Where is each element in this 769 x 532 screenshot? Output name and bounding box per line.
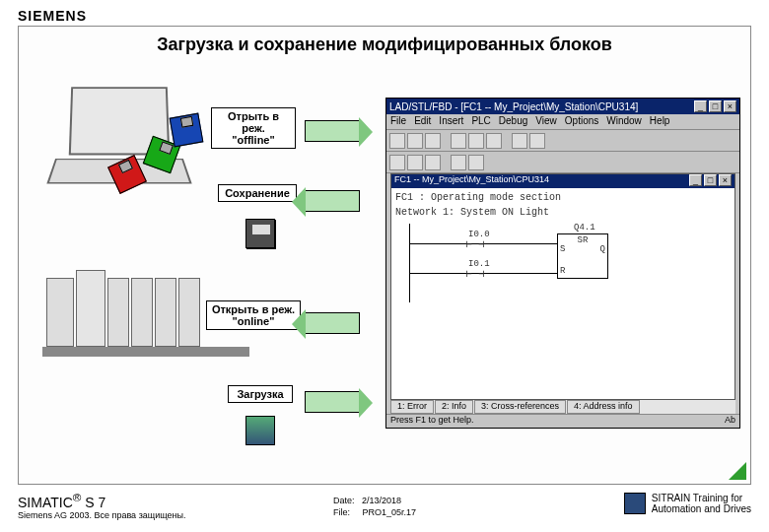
toolbar-1 bbox=[386, 130, 739, 152]
arrow-download bbox=[305, 391, 360, 413]
arrow-save bbox=[305, 190, 360, 212]
arrow-online bbox=[305, 312, 360, 334]
tool-branch-icon[interactable] bbox=[451, 155, 466, 170]
menu-plc[interactable]: PLC bbox=[471, 115, 490, 128]
brand-logo: SIEMENS bbox=[18, 8, 87, 24]
menu-view[interactable]: View bbox=[535, 115, 557, 128]
code-area: FC1 -- My_Project\My_Station\CPU314 _ □ … bbox=[390, 173, 735, 400]
menu-insert[interactable]: Insert bbox=[439, 115, 463, 128]
sitrain-logo-icon bbox=[624, 493, 646, 514]
sitrain-brand: SITRAIN Training forAutomation and Drive… bbox=[624, 493, 751, 514]
menu-file[interactable]: File bbox=[390, 115, 406, 128]
status-bar: Press F1 to get Help. Ab bbox=[386, 414, 739, 428]
ladder-diagram: I0.0 ⊢ ⊣ I0.1 ⊢ ⊣ Q4.1 SR S R Q bbox=[409, 224, 731, 312]
copyright: Siemens AG 2003. Все права защищены. bbox=[18, 510, 185, 520]
close-button[interactable]: × bbox=[724, 100, 736, 112]
tool-copy-icon[interactable] bbox=[468, 133, 484, 149]
product-name: SIMATIC® S 7 bbox=[18, 491, 105, 510]
tab-info[interactable]: 2: Info bbox=[435, 400, 473, 414]
inner-min-button[interactable]: _ bbox=[689, 174, 702, 186]
menu-bar[interactable]: File Edit Insert PLC Debug View Options … bbox=[386, 114, 739, 130]
toolbar-2 bbox=[386, 152, 739, 173]
tool-paste-icon[interactable] bbox=[486, 133, 502, 149]
menu-help[interactable]: Help bbox=[650, 115, 670, 128]
page-corner-icon bbox=[729, 462, 746, 480]
tool-box-icon[interactable] bbox=[425, 155, 441, 170]
tool-coil-icon[interactable] bbox=[407, 155, 423, 170]
menu-options[interactable]: Options bbox=[565, 115, 598, 128]
window-title: LAD/STL/FBD - [FC1 -- My_Project\My_Stat… bbox=[389, 101, 692, 112]
tool-network-icon[interactable] bbox=[468, 155, 484, 170]
output-tabs: 1: Error 2: Info 3: Cross-references 4: … bbox=[390, 400, 735, 414]
label-open-offline: Отрыть в реж. "offline" bbox=[211, 107, 296, 149]
tab-error[interactable]: 1: Error bbox=[390, 400, 434, 414]
menu-window[interactable]: Window bbox=[606, 115, 642, 128]
tab-xref[interactable]: 3: Cross-references bbox=[474, 400, 566, 414]
download-icon bbox=[245, 416, 275, 445]
label-download: Загрузка bbox=[228, 385, 293, 403]
tool-cut-icon[interactable] bbox=[451, 133, 466, 149]
menu-edit[interactable]: Edit bbox=[414, 115, 431, 128]
tool-contact-icon[interactable] bbox=[389, 155, 405, 170]
plc-rack-illustration bbox=[46, 268, 244, 357]
inner-max-button[interactable]: □ bbox=[704, 174, 717, 186]
slide-title: Загрузка и сохранение модифицированных б… bbox=[19, 27, 750, 59]
slide-frame: Загрузка и сохранение модифицированных б… bbox=[18, 26, 751, 485]
window-titlebar: LAD/STL/FBD - [FC1 -- My_Project\My_Stat… bbox=[386, 99, 739, 114]
arrow-offline bbox=[305, 120, 360, 142]
tool-save-icon[interactable] bbox=[425, 133, 441, 149]
meta-info: Date: 2/13/2018 File: PRO1_05r.17 bbox=[333, 495, 416, 518]
inner-title: FC1 -- My_Project\My_Station\CPU314 bbox=[394, 174, 687, 188]
tool-open-icon[interactable] bbox=[407, 133, 423, 149]
editor-window: LAD/STL/FBD - [FC1 -- My_Project\My_Stat… bbox=[385, 98, 740, 429]
tab-addr[interactable]: 4: Address info bbox=[567, 400, 640, 414]
footer: SIMATIC® S 7 Siemens AG 2003. Все права … bbox=[18, 491, 751, 526]
tool-download-icon[interactable] bbox=[512, 133, 527, 149]
tool-new-icon[interactable] bbox=[389, 133, 405, 149]
floppy-blue-icon bbox=[170, 113, 204, 148]
save-icon bbox=[245, 219, 275, 248]
inner-titlebar: FC1 -- My_Project\My_Station\CPU314 _ □ … bbox=[391, 174, 734, 188]
menu-debug[interactable]: Debug bbox=[499, 115, 527, 128]
code-text: FC1 : Operating mode section Network 1: … bbox=[391, 188, 734, 316]
minimize-button[interactable]: _ bbox=[694, 100, 707, 112]
inner-close-button[interactable]: × bbox=[719, 174, 732, 186]
tool-monitor-icon[interactable] bbox=[529, 133, 545, 149]
maximize-button[interactable]: □ bbox=[709, 100, 722, 112]
label-save: Сохранение bbox=[218, 184, 297, 202]
